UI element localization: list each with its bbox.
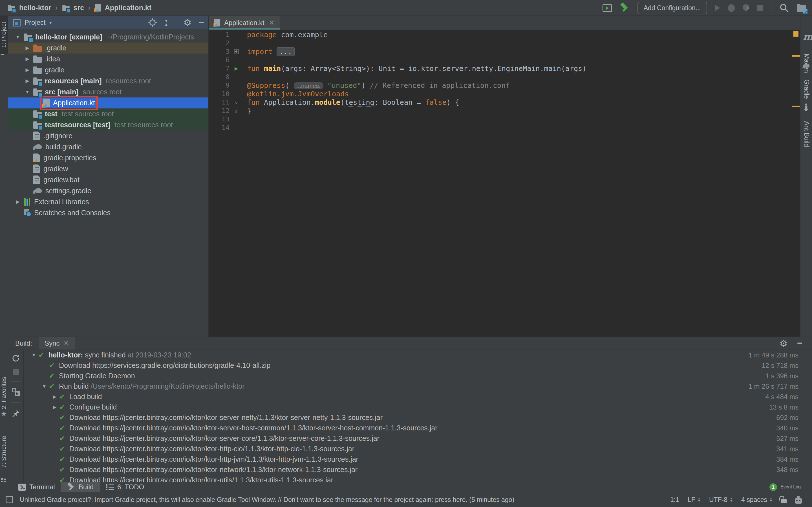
indent-widget[interactable]: 4 spaces▲▼ <box>741 496 772 504</box>
build-expand-arrow[interactable] <box>40 384 49 389</box>
build-output-row[interactable]: Starting Gradle Daemon1 s 396 ms <box>24 371 802 381</box>
tree-expand-arrow[interactable] <box>14 199 21 205</box>
hide-panel-icon[interactable] <box>797 338 802 348</box>
code-token: module <box>315 98 340 107</box>
tree-item[interactable]: settings.gradle <box>8 185 208 196</box>
stop-icon[interactable] <box>757 5 763 11</box>
error-stripe-mark[interactable] <box>792 55 800 57</box>
check-icon <box>59 445 69 453</box>
add-configuration-button[interactable]: Add Configuration... <box>638 2 707 14</box>
tab-application-kt[interactable]: Application.kt ✕ <box>209 16 280 30</box>
pin-icon[interactable] <box>11 409 20 417</box>
gear-icon[interactable] <box>779 338 788 349</box>
scrollbar[interactable] <box>802 350 802 482</box>
run-icon[interactable] <box>715 5 720 11</box>
collapse-all-icon[interactable]: ▼▲ <box>164 19 168 26</box>
build-output-row[interactable]: Download https://services.gradle.org/dis… <box>24 360 802 371</box>
project-structure-icon[interactable] <box>797 5 806 12</box>
gear-icon[interactable] <box>184 17 192 28</box>
encoding-widget[interactable]: UTF-8▲▼ <box>709 496 733 504</box>
tool-window-button-project[interactable]: 1: Project <box>0 17 8 52</box>
build-output-row[interactable]: Configure build13 s 8 ms <box>24 402 802 412</box>
tree-expand-arrow[interactable] <box>14 34 21 40</box>
tree-item[interactable]: Scratches and Consoles <box>8 207 208 218</box>
hide-panel-icon[interactable] <box>199 17 204 28</box>
tree-item[interactable]: gradlew.bat <box>8 174 208 185</box>
tree-item[interactable]: testtest sources root <box>8 108 208 119</box>
tool-window-button-build[interactable]: Build <box>61 482 100 492</box>
build-output-row[interactable]: Download https://jcenter.bintray.com/io/… <box>24 433 802 444</box>
tree-item[interactable]: gradle <box>8 64 208 75</box>
tree-expand-arrow[interactable] <box>24 45 31 51</box>
tool-window-button-structure[interactable]: 7: Structure <box>0 432 8 471</box>
build-output-row[interactable]: Download https://jcenter.bintray.com/io/… <box>24 412 802 423</box>
tree-item[interactable]: gradle.properties <box>8 152 208 163</box>
tree-expand-arrow[interactable] <box>24 67 31 73</box>
error-stripe-mark[interactable] <box>794 31 799 37</box>
tool-window-button-terminal[interactable]: Terminal <box>12 482 61 492</box>
event-log-button[interactable]: Event Log <box>780 485 801 490</box>
build-output-row[interactable]: Load build4 s 484 ms <box>24 392 802 402</box>
tree-item[interactable]: build.gradle <box>8 142 208 152</box>
close-icon[interactable]: ✕ <box>269 19 274 27</box>
build-expand-arrow[interactable] <box>50 394 59 399</box>
tree-item[interactable]: testresources [test]test resources root <box>8 119 208 130</box>
build-output-row[interactable]: hello-ktor: sync finished at 2019-03-23 … <box>24 350 802 360</box>
stop-icon[interactable] <box>13 369 19 375</box>
tree-expand-arrow[interactable] <box>24 56 31 62</box>
fold-marker-icon[interactable] <box>234 107 238 114</box>
run-anything-icon[interactable] <box>603 4 612 12</box>
error-stripe-mark[interactable] <box>792 106 800 107</box>
tab-sync[interactable]: Sync ✕ <box>39 337 75 349</box>
build-expand-arrow[interactable] <box>50 404 59 410</box>
tree-item[interactable]: External Libraries <box>8 196 208 207</box>
line-ending-widget[interactable]: LF▲▼ <box>688 496 701 504</box>
build-output-row[interactable]: Download https://jcenter.bintray.com/io/… <box>24 475 802 482</box>
export-test-results-icon[interactable] <box>12 388 20 396</box>
tool-window-button-favorites[interactable]: 2: Favorites <box>0 376 8 410</box>
tree-expand-arrow[interactable] <box>24 78 31 84</box>
caret-position-widget[interactable]: 1:1 <box>670 496 679 504</box>
debug-icon[interactable] <box>728 4 735 12</box>
robot-icon[interactable] <box>795 498 802 504</box>
lock-icon[interactable] <box>781 499 786 503</box>
code-line: 1package com.example <box>209 31 800 39</box>
run-with-coverage-icon[interactable] <box>743 4 749 12</box>
tool-window-button-todo[interactable]: 6: TODO <box>100 482 150 492</box>
tree-item[interactable]: src [main]sources root <box>8 87 208 98</box>
tree-item[interactable]: Application.kt <box>8 98 208 108</box>
fold-expand-icon[interactable] <box>234 49 239 54</box>
folder-badge-icon <box>33 123 42 129</box>
breadcrumb-item[interactable]: Application.kt <box>94 3 151 12</box>
status-message[interactable]: Unlinked Gradle project?: Import Gradle … <box>20 496 514 504</box>
build-output-row[interactable]: Download https://jcenter.bintray.com/io/… <box>24 444 802 454</box>
folder-brown-icon <box>33 46 42 52</box>
build-project-icon[interactable] <box>620 3 629 12</box>
refresh-icon[interactable] <box>11 354 20 363</box>
tree-item[interactable]: .idea <box>8 54 208 64</box>
chevron-down-icon[interactable]: ▼ <box>49 20 53 25</box>
locate-file-icon[interactable] <box>148 18 157 27</box>
tree-item[interactable]: gradlew <box>8 163 208 174</box>
build-expand-arrow[interactable] <box>29 353 38 358</box>
close-icon[interactable]: ✕ <box>63 339 69 347</box>
tree-item[interactable]: resources [main]resources root <box>8 75 208 87</box>
breadcrumb-item[interactable]: src <box>62 4 84 12</box>
build-output-row[interactable]: Download https://jcenter.bintray.com/io/… <box>24 423 802 433</box>
event-count-badge[interactable]: 1 <box>769 483 777 491</box>
run-line-icon[interactable] <box>235 65 238 72</box>
tree-expand-arrow[interactable] <box>24 89 31 95</box>
tree-item[interactable]: .gradle <box>8 43 208 54</box>
code-editor[interactable]: 1package com.example23import ...67fun ma… <box>209 30 800 337</box>
build-output-row[interactable]: Run build /Users/kento/Programing/Kotlin… <box>24 381 802 392</box>
tool-window-button-ant[interactable]: Ant Build <box>801 112 812 157</box>
build-output-row[interactable]: Download https://jcenter.bintray.com/io/… <box>24 454 802 464</box>
build-output-row[interactable]: Download https://jcenter.bintray.com/io/… <box>24 464 802 475</box>
tool-window-button-gradle[interactable]: Gradle <box>801 71 812 108</box>
tree-item[interactable]: .gitignore <box>8 130 208 142</box>
breadcrumb-item[interactable]: hello-ktor <box>7 4 51 12</box>
tool-window-toggle-icon[interactable] <box>6 496 13 503</box>
fold-marker-icon[interactable] <box>234 99 238 106</box>
search-icon[interactable] <box>779 3 789 13</box>
tree-item[interactable]: hello-ktor [example]~/Programing/KotlinP… <box>8 32 208 43</box>
